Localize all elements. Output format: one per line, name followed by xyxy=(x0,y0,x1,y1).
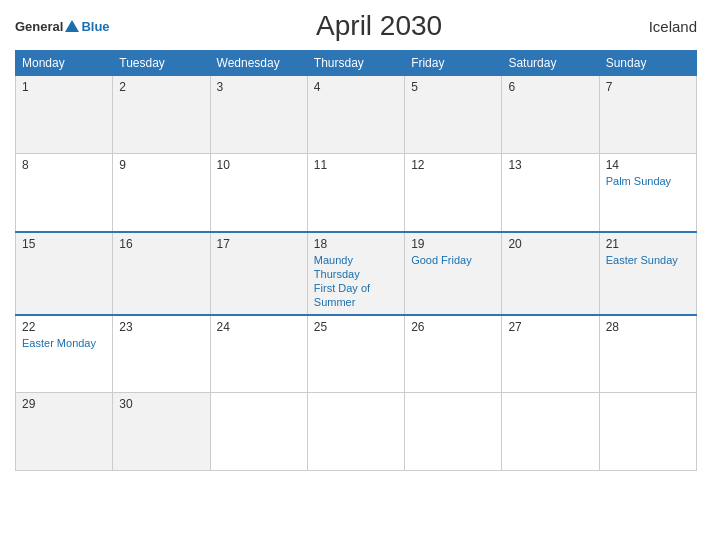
calendar-cell: 18Maundy ThursdayFirst Day of Summer xyxy=(307,232,404,315)
day-number: 16 xyxy=(119,237,203,251)
holiday-label: Good Friday xyxy=(411,253,495,267)
calendar-cell: 21Easter Sunday xyxy=(599,232,696,315)
calendar-cell: 5 xyxy=(405,76,502,154)
day-number: 26 xyxy=(411,320,495,334)
holiday-label: Maundy Thursday xyxy=(314,253,398,282)
day-number: 20 xyxy=(508,237,592,251)
header-cell-tuesday: Tuesday xyxy=(113,51,210,76)
calendar-cell: 20 xyxy=(502,232,599,315)
calendar-cell xyxy=(210,393,307,471)
calendar-cell: 13 xyxy=(502,154,599,232)
logo-blue-text: Blue xyxy=(81,19,109,34)
day-number: 18 xyxy=(314,237,398,251)
day-number: 19 xyxy=(411,237,495,251)
header-cell-friday: Friday xyxy=(405,51,502,76)
day-number: 30 xyxy=(119,397,203,411)
calendar-cell: 8 xyxy=(16,154,113,232)
week-row-2: 891011121314Palm Sunday xyxy=(16,154,697,232)
day-number: 29 xyxy=(22,397,106,411)
calendar-cell: 16 xyxy=(113,232,210,315)
calendar-cell xyxy=(502,393,599,471)
calendar-cell: 22Easter Monday xyxy=(16,315,113,393)
day-number: 6 xyxy=(508,80,592,94)
calendar-cell: 7 xyxy=(599,76,696,154)
day-number: 17 xyxy=(217,237,301,251)
calendar-cell: 15 xyxy=(16,232,113,315)
logo-triangle-icon xyxy=(65,20,79,32)
day-number: 22 xyxy=(22,320,106,334)
day-number: 7 xyxy=(606,80,690,94)
country: Iceland xyxy=(649,18,697,35)
calendar-cell: 27 xyxy=(502,315,599,393)
header-cell-wednesday: Wednesday xyxy=(210,51,307,76)
day-number: 2 xyxy=(119,80,203,94)
holiday-label: Palm Sunday xyxy=(606,174,690,188)
logo: General Blue xyxy=(15,19,110,34)
month-title: April 2030 xyxy=(316,10,442,42)
calendar-cell: 25 xyxy=(307,315,404,393)
calendar-cell: 30 xyxy=(113,393,210,471)
calendar-cell: 3 xyxy=(210,76,307,154)
header: General Blue April 2030 Iceland xyxy=(15,10,697,42)
header-cell-monday: Monday xyxy=(16,51,113,76)
calendar-cell: 24 xyxy=(210,315,307,393)
day-number: 11 xyxy=(314,158,398,172)
day-number: 27 xyxy=(508,320,592,334)
calendar-cell: 11 xyxy=(307,154,404,232)
header-row: MondayTuesdayWednesdayThursdayFridaySatu… xyxy=(16,51,697,76)
day-number: 25 xyxy=(314,320,398,334)
calendar-cell: 4 xyxy=(307,76,404,154)
day-number: 14 xyxy=(606,158,690,172)
calendar-cell: 17 xyxy=(210,232,307,315)
holiday-label: Easter Monday xyxy=(22,336,106,350)
calendar: MondayTuesdayWednesdayThursdayFridaySatu… xyxy=(15,50,697,471)
day-number: 13 xyxy=(508,158,592,172)
calendar-cell: 23 xyxy=(113,315,210,393)
holiday-label: Easter Sunday xyxy=(606,253,690,267)
calendar-cell: 1 xyxy=(16,76,113,154)
header-cell-saturday: Saturday xyxy=(502,51,599,76)
day-number: 21 xyxy=(606,237,690,251)
day-number: 28 xyxy=(606,320,690,334)
calendar-cell: 12 xyxy=(405,154,502,232)
day-number: 24 xyxy=(217,320,301,334)
header-cell-sunday: Sunday xyxy=(599,51,696,76)
header-cell-thursday: Thursday xyxy=(307,51,404,76)
calendar-cell: 29 xyxy=(16,393,113,471)
week-row-4: 22Easter Monday232425262728 xyxy=(16,315,697,393)
day-number: 9 xyxy=(119,158,203,172)
calendar-cell: 19Good Friday xyxy=(405,232,502,315)
calendar-cell: 26 xyxy=(405,315,502,393)
week-row-3: 15161718Maundy ThursdayFirst Day of Summ… xyxy=(16,232,697,315)
calendar-cell: 14Palm Sunday xyxy=(599,154,696,232)
day-number: 12 xyxy=(411,158,495,172)
day-number: 15 xyxy=(22,237,106,251)
calendar-cell xyxy=(405,393,502,471)
calendar-cell: 28 xyxy=(599,315,696,393)
calendar-cell: 2 xyxy=(113,76,210,154)
holiday-label: First Day of Summer xyxy=(314,281,398,310)
calendar-cell: 9 xyxy=(113,154,210,232)
page: General Blue April 2030 Iceland MondayTu… xyxy=(0,0,712,550)
calendar-cell: 10 xyxy=(210,154,307,232)
day-number: 4 xyxy=(314,80,398,94)
day-number: 10 xyxy=(217,158,301,172)
day-number: 8 xyxy=(22,158,106,172)
calendar-cell xyxy=(599,393,696,471)
week-row-5: 2930 xyxy=(16,393,697,471)
week-row-1: 1234567 xyxy=(16,76,697,154)
calendar-cell xyxy=(307,393,404,471)
calendar-cell: 6 xyxy=(502,76,599,154)
day-number: 23 xyxy=(119,320,203,334)
day-number: 3 xyxy=(217,80,301,94)
logo-general-text: General xyxy=(15,19,63,34)
day-number: 5 xyxy=(411,80,495,94)
day-number: 1 xyxy=(22,80,106,94)
